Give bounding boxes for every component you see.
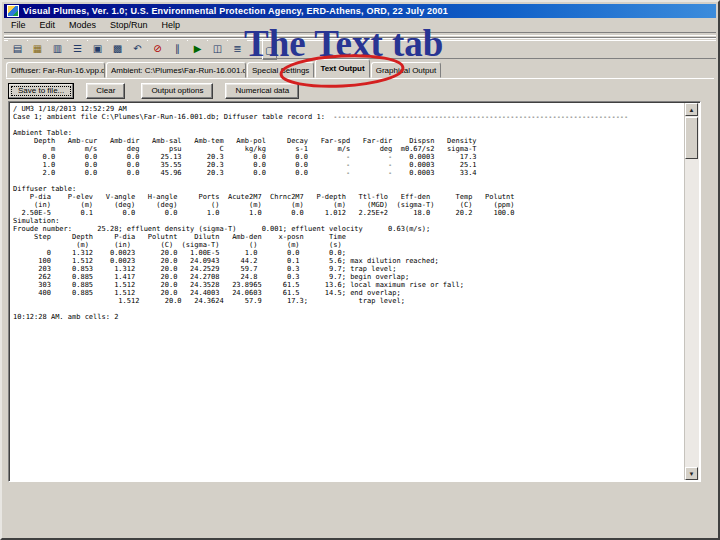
paste-icon[interactable]: ▩ [108, 40, 127, 58]
new-file-icon[interactable]: ▤ [8, 40, 27, 58]
eagle-photo [648, 0, 720, 58]
tab-diffuser[interactable]: Diffuser: Far-Run-16.vpp.db [6, 62, 105, 78]
menu-item-modes[interactable]: Modes [62, 19, 103, 31]
text-output-console[interactable]: / UM3 1/18/2013 12:52:29 AM Case 1; ambi… [8, 101, 701, 482]
menu-item-file[interactable]: File [4, 19, 33, 31]
scroll-down-icon[interactable]: ▼ [685, 467, 698, 480]
stop-icon[interactable]: ⊘ [148, 40, 167, 58]
scroll-thumb[interactable] [685, 117, 698, 159]
button-row: Save to file... Clear Output options Num… [8, 82, 698, 99]
run-icon[interactable]: ▶ [188, 40, 207, 58]
pause-icon[interactable]: ∥ [168, 40, 187, 58]
console-text: / UM3 1/18/2013 12:52:29 AM Case 1; ambi… [9, 102, 700, 321]
app-icon[interactable] [7, 5, 19, 17]
menu-item-help[interactable]: Help [155, 19, 188, 31]
menu-item-edit[interactable]: Edit [33, 19, 63, 31]
undo-icon[interactable]: ↶ [128, 40, 147, 58]
tab-ambient[interactable]: Ambient: C:\Plumes\Far-Run-16.001.db [106, 62, 246, 78]
numerical-data-button[interactable]: Numerical data [225, 83, 299, 99]
vertical-scrollbar[interactable]: ▲ ▼ [684, 103, 699, 480]
window-titlebar: Visual Plumes, Ver. 1.0; U.S. Environmen… [4, 4, 716, 18]
scroll-up-icon[interactable]: ▲ [685, 103, 698, 116]
menu-item-stop-run[interactable]: Stop/Run [103, 19, 155, 31]
window-title: Visual Plumes, Ver. 1.0; U.S. Environmen… [23, 6, 448, 16]
slide-title: The Text tab [244, 22, 443, 65]
output-options-button[interactable]: Output options [141, 83, 213, 99]
slide: Visual Plumes, Ver. 1.0; U.S. Environmen… [0, 0, 720, 540]
copy-icon[interactable]: ▣ [88, 40, 107, 58]
clear-button[interactable]: Clear [86, 83, 125, 99]
open-folder-icon[interactable]: ▦ [28, 40, 47, 58]
print-icon[interactable]: ☰ [68, 40, 87, 58]
save-icon[interactable]: ▥ [48, 40, 67, 58]
save-to-file-button[interactable]: Save to file... [8, 83, 74, 99]
app-window: Visual Plumes, Ver. 1.0; U.S. Environmen… [0, 0, 720, 540]
chart-icon[interactable]: ◫ [208, 40, 227, 58]
